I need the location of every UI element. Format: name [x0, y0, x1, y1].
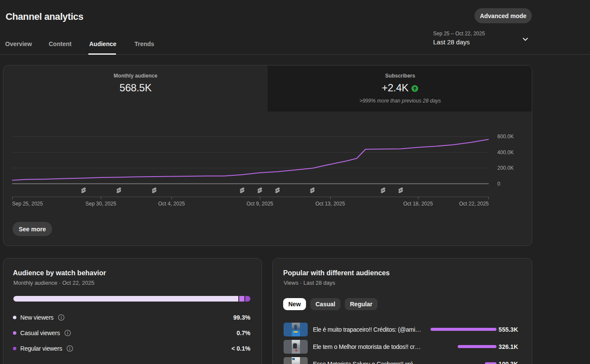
svg-text:Sep 25, 2025: Sep 25, 2025	[12, 201, 43, 207]
svg-text:Oct 9, 2025: Oct 9, 2025	[247, 201, 273, 207]
svg-text:0: 0	[497, 181, 500, 187]
svg-text:400.0K: 400.0K	[497, 149, 514, 156]
svg-text:Oct 18, 2025: Oct 18, 2025	[403, 201, 433, 207]
svg-text:600.0K: 600.0K	[497, 134, 514, 140]
svg-text:Oct 22, 2025: Oct 22, 2025	[459, 201, 489, 207]
svg-text:Sep 30, 2025: Sep 30, 2025	[85, 201, 116, 207]
svg-text:200.0K: 200.0K	[497, 165, 514, 171]
svg-text:Oct 13, 2025: Oct 13, 2025	[315, 201, 345, 207]
svg-text:Oct 4, 2025: Oct 4, 2025	[158, 201, 185, 207]
